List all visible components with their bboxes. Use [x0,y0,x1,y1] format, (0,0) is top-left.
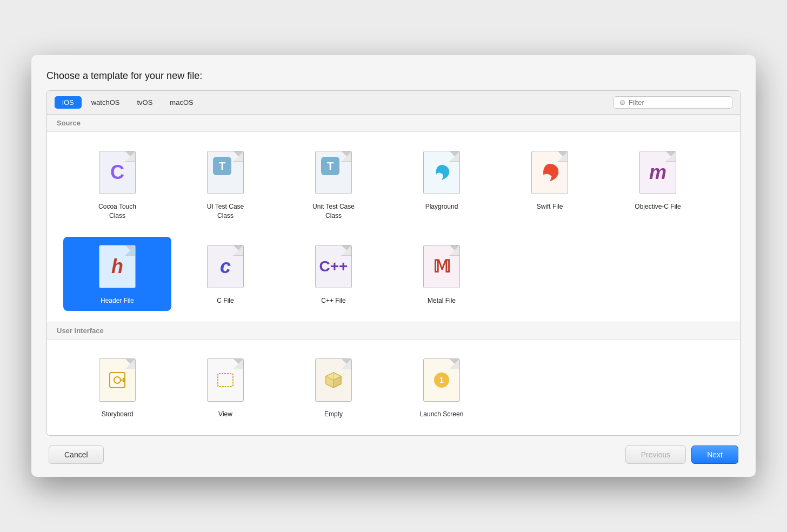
metal-file-icon: 𝕄 [420,242,463,291]
header-file-label: Header File [101,296,134,305]
ui-test-case-label: UI Test CaseClass [207,202,244,221]
template-panel: iOS watchOS tvOS macOS ⊜ Source C Cocoa … [46,90,741,435]
empty-icon [312,356,355,404]
cocoa-touch-class-label: Cocoa TouchClass [98,202,136,221]
dialog-title: Choose a template for your new file: [46,70,741,82]
user-interface-template-grid: Storyboard View [47,340,740,435]
view-label: View [218,410,232,419]
previous-button[interactable]: Previous [625,445,686,464]
empty-label: Empty [324,410,343,419]
view-icon [204,356,247,404]
tab-macos[interactable]: macOS [162,96,201,109]
cancel-button[interactable]: Cancel [49,445,104,464]
filter-icon: ⊜ [619,98,625,107]
unit-test-case-icon: T [312,148,355,197]
cocoa-touch-class-icon: C [96,148,139,197]
template-unit-test-case-class[interactable]: T Unit Test CaseClass [279,143,388,226]
new-file-dialog: Choose a template for your new file: iOS… [31,55,756,476]
tab-ios[interactable]: iOS [55,96,82,109]
header-file-icon: h [96,242,139,291]
template-objective-c[interactable]: m Objective-C File [604,143,712,226]
unit-test-case-label: Unit Test CaseClass [312,202,355,221]
template-swift-file[interactable]: Swift File [496,143,604,226]
template-ui-test-case-class[interactable]: T UI Test CaseClass [171,143,279,226]
tab-bar: iOS watchOS tvOS macOS ⊜ [47,91,740,115]
template-launch-screen[interactable]: 1 Launch Screen [388,350,496,424]
template-metal-file[interactable]: 𝕄 Metal File [388,237,496,311]
template-storyboard[interactable]: Storyboard [63,350,171,424]
template-c-file[interactable]: c C File [171,237,279,311]
cpp-file-icon: C++ [312,242,355,291]
swift-file-label: Swift File [537,202,563,211]
ui-test-case-icon: T [204,148,247,197]
template-cocoa-touch-class[interactable]: C Cocoa TouchClass [63,143,171,226]
template-view[interactable]: View [171,350,279,424]
svg-text:1: 1 [439,376,444,384]
source-section-header: Source [47,115,740,132]
svg-rect-2 [218,374,233,387]
filter-box: ⊜ [613,96,732,109]
navigation-buttons: Previous Next [625,445,738,464]
next-button[interactable]: Next [691,445,738,464]
c-file-label: C File [217,296,234,305]
template-header-file[interactable]: h Header File [63,237,171,311]
swift-file-icon [528,148,571,197]
c-file-icon: c [204,242,247,291]
tab-tvos[interactable]: tvOS [129,96,160,109]
filter-input[interactable] [629,98,726,107]
template-cpp-file[interactable]: C++ C++ File [279,237,388,311]
launch-screen-label: Launch Screen [420,410,464,419]
storyboard-icon [96,356,139,404]
user-interface-section-header: User Interface [47,322,740,340]
playground-icon [420,148,463,197]
template-empty[interactable]: Empty [279,350,388,424]
objective-c-label: Objective-C File [635,202,681,211]
playground-label: Playground [425,202,458,211]
launch-screen-icon: 1 [420,356,463,404]
svg-point-1 [114,377,121,383]
source-template-grid: C Cocoa TouchClass T UI Test CaseClass [47,132,740,322]
metal-file-label: Metal File [428,296,456,305]
storyboard-label: Storyboard [102,410,134,419]
cpp-file-label: C++ File [321,296,345,305]
tab-watchos[interactable]: watchOS [84,96,128,109]
objective-c-icon: m [636,148,679,197]
template-playground[interactable]: Playground [388,143,496,226]
bottom-bar: Cancel Previous Next [46,436,741,466]
